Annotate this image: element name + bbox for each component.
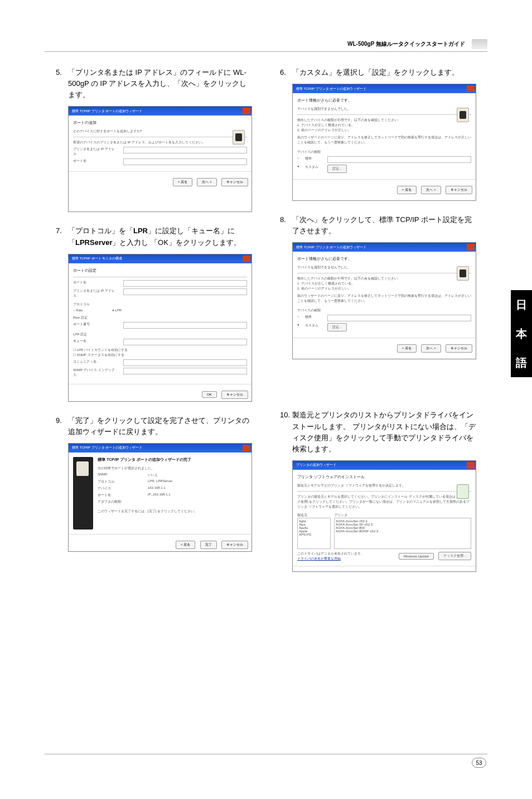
settings-button: 設定...: [327, 323, 347, 331]
cancel-button: キャンセル: [446, 186, 472, 194]
close-icon: [243, 256, 250, 262]
screenshot-step9: 標準 TCP/IP プリンタ ポートの追加ウィザード 標準 TCP/IP プリン…: [68, 443, 252, 552]
next-button: 次へ >: [421, 344, 441, 353]
dialog-titlebar: 標準 TCP/IP プリンタ ポートの追加ウィザード: [69, 444, 252, 453]
dialog-title: プリンタの追加ウィザード: [296, 463, 336, 468]
printer-header: プリンタ: [334, 513, 471, 518]
dialog-title: 標準 TCP/IP プリンタ ポートの追加ウィザード: [296, 86, 366, 92]
text-input: [123, 322, 247, 329]
group-label: デバイスの種類: [297, 150, 471, 155]
desc1: 検出したデバイスの種類が不明です。以下の点を確認してください:: [297, 276, 471, 281]
step-body: 「プロトコル」を「LPR」に設定し「キュー名」に「LPRServer」と入力し …: [68, 225, 252, 248]
mfr-header: 製造元: [297, 513, 331, 518]
step-10: 10. 製造元とプリンタのリストからプリンタドライバをインストールします。 プリ…: [280, 410, 476, 572]
kv-key: デバイス:: [98, 486, 142, 491]
field-label: コミュニティ名:: [73, 359, 118, 366]
field-label: プリンタ名または IP アドレス:: [73, 288, 118, 299]
close-icon: [467, 244, 475, 251]
desc-list-2: 2. 前のページのアドレスが正しい。: [297, 286, 471, 291]
radio-raw: Raw: [76, 309, 83, 312]
kv-val: いいえ: [148, 473, 158, 478]
printer-icon: [76, 461, 89, 476]
wizard-side-image: [73, 457, 93, 530]
step-body: 「次へ」をクリックして、標準 TCP/IP ポート設定を完了させます。: [292, 214, 476, 237]
cancel-button: キャンセル: [221, 541, 248, 549]
printer-badge-icon: [457, 108, 469, 122]
field-label: ポート名:: [73, 158, 118, 165]
next-button: 次へ >: [421, 186, 441, 194]
radio-standard: 標準: [305, 156, 322, 163]
radio-custom: カスタム: [305, 323, 322, 331]
ip-input: [123, 147, 247, 153]
panel-title: ポート情報がさらに必要です。: [297, 256, 471, 262]
desc-list-1: 1. デバイスが正しく構成されている。: [297, 123, 471, 128]
signed-text: このドライバはデジタル署名されています。: [297, 551, 394, 556]
dialog-title: 標準 TCP/IP プリンタ ポートの追加ウィザード: [72, 109, 142, 114]
step-body: 製造元とプリンタのリストからプリンタドライバをインストールします。 プリンタがリ…: [292, 410, 476, 455]
kv-val: IP_192.168.1.1: [148, 493, 171, 498]
screenshot-step7: 標準 TCP/IP ポート モニタの構成 ポートの設定 ポート名: プリンタ名ま…: [68, 254, 252, 402]
close-icon: [467, 462, 475, 469]
radio-standard: 標準: [305, 315, 322, 321]
back-button: < 戻る: [176, 541, 195, 549]
dialog-title: 標準 TCP/IP プリンタ ポートの追加ウィザード: [296, 245, 366, 250]
dialog-titlebar: 標準 TCP/IP プリンタ ポートの追加ウィザード: [69, 107, 252, 115]
step-6: 6. 「カスタム」を選択し「設定」をクリックします。 標準 TCP/IP プリン…: [280, 67, 476, 201]
desc2: 前のウィザードのページに戻り、アドレスを修正してネットワークで別の検索を実行する…: [297, 135, 471, 145]
field-label: SNMP デバイス インデックス:: [73, 368, 118, 378]
close-icon: [243, 108, 250, 114]
panel-sub: デバイスを識別できませんでした。: [297, 107, 471, 112]
why-link: ドライバの署名が重要な理由: [297, 556, 394, 561]
finish-note: このウィザードを完了するには、[完了] をクリックしてください。: [98, 509, 247, 514]
spacer: [280, 373, 476, 410]
step-number: 5.: [56, 67, 68, 100]
panel-title: ポート情報がさらに必要です。: [297, 98, 471, 103]
mfr-list: Agfa Alps Apollo Apple APS-PS: [297, 518, 331, 549]
header-rule: [45, 51, 487, 52]
step-body: 「カスタム」を選択し「設定」をクリックします。: [292, 67, 476, 78]
text-input: [123, 288, 247, 295]
step-7: 7. 「プロトコル」を「LPR」に設定し「キュー名」に「LPRServer」と入…: [56, 225, 252, 401]
text-input: [123, 359, 247, 366]
dialog-title: 標準 TCP/IP プリンタ ポートの追加ウィザード: [72, 445, 142, 450]
finish-title: 標準 TCP/IP プリンタ ポートの追加ウィザードの完了: [98, 457, 247, 463]
panel-title: プリンタ ソフトウェアのインストール: [297, 474, 471, 480]
left-column: 5. 「プリンタ名または IP アドレス」のフィールドに WL-500gP の …: [56, 67, 252, 585]
desc-list-1: 1. デバイスが正しく構成されている。: [297, 281, 471, 286]
step-number: 6.: [280, 67, 292, 78]
lang-char: 日: [516, 297, 527, 312]
cancel-button: キャンセル: [221, 178, 248, 186]
printer-badge-icon: [457, 266, 469, 281]
header-title: WL-500gP 無線ルータクイックスタートガイド: [347, 40, 465, 48]
desc-list-2: 2. 前のページのアドレスが正しい。: [297, 128, 471, 133]
radio-custom: カスタム: [305, 165, 322, 173]
cd-badge-icon: [457, 484, 469, 499]
content-columns: 5. 「プリンタ名または IP アドレス」のフィールドに WL-500gP の …: [56, 67, 476, 585]
finish-desc: 次の特性でポートが選択されました。: [98, 466, 247, 471]
lang-char: 語: [516, 355, 527, 370]
page-header: WL-500gP 無線ルータクイックスタートガイド: [347, 39, 487, 49]
cancel-button: キャンセル: [446, 344, 472, 353]
dialog-titlebar: 標準 TCP/IP プリンタ ポートの追加ウィザード: [293, 243, 476, 252]
footer-rule: [45, 754, 487, 754]
screenshot-step6: 標準 TCP/IP プリンタ ポートの追加ウィザード ポート情報がさらに必要です…: [292, 84, 476, 201]
desc1: 検出したデバイスの種類が不明です。以下の点を確認してください:: [297, 118, 471, 123]
group-label: Raw 設定: [73, 315, 247, 320]
lang-char: 本: [516, 326, 527, 341]
dialog-titlebar: 標準 TCP/IP ポート モニタの構成: [69, 254, 252, 263]
printer-badge-icon: [233, 130, 245, 145]
step-number: 10.: [280, 410, 292, 455]
step-8: 8. 「次へ」をクリックして、標準 TCP/IP ポート設定を完了させます。 標…: [280, 214, 476, 359]
step-number: 9.: [56, 415, 68, 437]
back-button: < 戻る: [173, 178, 192, 186]
dialog-title: 標準 TCP/IP ポート モニタの構成: [72, 256, 122, 261]
field-label: キュー名:: [73, 339, 118, 345]
radio-lpr: LPR: [115, 309, 122, 312]
dialog-titlebar: 標準 TCP/IP プリンタ ポートの追加ウィザード: [293, 84, 476, 93]
field-label: プリンタ名または IP アドレス:: [73, 147, 118, 157]
have-disk-button: ディスク使用...: [438, 552, 471, 560]
panel-sub: どのデバイスに対するポートを追加しますか?: [73, 129, 247, 134]
settings-button: 設定...: [327, 165, 347, 173]
queue-input: [123, 339, 247, 345]
windows-update-button: Windows Update: [399, 553, 434, 560]
